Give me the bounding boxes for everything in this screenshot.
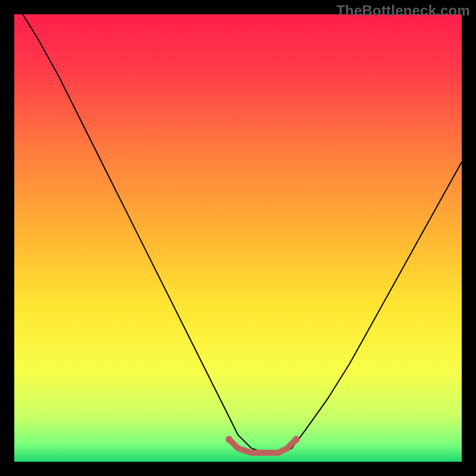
svg-point-1 [293,436,300,443]
chart-frame [14,14,462,462]
watermark-text: TheBottleneck.com [336,2,470,19]
svg-point-0 [226,436,233,443]
gradient-background [14,14,462,462]
bottleneck-chart [14,14,462,462]
